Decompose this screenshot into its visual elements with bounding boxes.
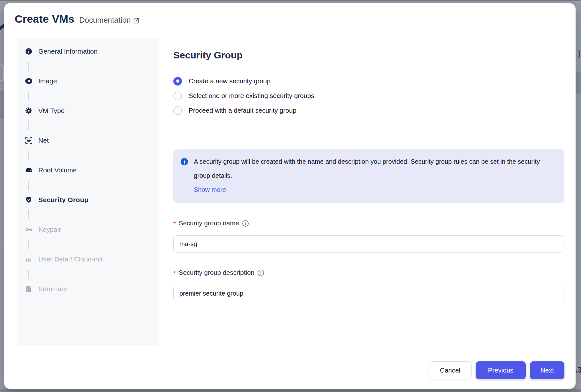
shield-check-icon <box>25 196 33 204</box>
radio-label: Select one or more existing security gro… <box>189 92 314 100</box>
key-icon <box>25 226 33 233</box>
field-label-text: Security group name <box>179 219 239 227</box>
sidebar-item-net[interactable]: Net <box>25 134 159 147</box>
sidebar-item-security-group[interactable]: Security Group <box>25 193 159 206</box>
radio-label: Create a new security group <box>189 77 270 85</box>
bar-chart-icon <box>25 255 33 263</box>
step-connector <box>25 266 159 283</box>
background-text-fragment: ) <box>578 49 581 58</box>
background-band-left <box>0 91 4 119</box>
tooltip-info-icon[interactable] <box>242 220 249 227</box>
background-top-line <box>0 0 581 1</box>
security-group-description-label: * Security group description <box>173 269 264 276</box>
sidebar-item-keypair[interactable]: Keypair <box>25 223 159 236</box>
step-connector <box>25 147 159 164</box>
previous-button[interactable]: Previous <box>476 361 526 379</box>
background-corner-fragment: .3 <box>575 365 581 374</box>
radio-select-existing-security-groups[interactable]: Select one or more existing security gro… <box>173 91 314 101</box>
background-bottom-strip <box>0 389 581 392</box>
globe-scan-icon <box>25 137 33 144</box>
background-band-right <box>576 72 581 94</box>
step-connector <box>25 87 159 104</box>
security-group-name-label: * Security group name <box>173 219 249 227</box>
background-button-fragment <box>0 64 4 81</box>
radio-button[interactable] <box>173 92 182 100</box>
sidebar-item-label: General Information <box>38 48 98 55</box>
security-group-name-input[interactable] <box>173 235 564 253</box>
sidebar-item-general-information[interactable]: General Information <box>25 45 159 58</box>
dialog-header: Create VMs Documentation <box>15 13 140 25</box>
radio-label: Proceed with a default security group <box>189 107 296 114</box>
documentation-link[interactable]: Documentation <box>79 16 140 25</box>
create-vms-dialog: Create VMs Documentation General Informa… <box>4 3 576 389</box>
hard-drive-icon <box>25 166 33 174</box>
sidebar-item-label: Keypair <box>38 226 61 233</box>
external-link-icon <box>133 17 140 24</box>
sidebar-item-label: Image <box>38 77 57 85</box>
sidebar-item-root-volume[interactable]: Root Volume <box>25 164 159 177</box>
step-connector <box>25 117 159 134</box>
security-group-mode-options: Create a new security group Select one o… <box>173 76 314 116</box>
background-divider-left <box>0 242 4 242</box>
sidebar-item-label: Security Group <box>38 196 88 204</box>
alert-message: A security group will be created with th… <box>194 155 555 183</box>
disc-icon <box>25 77 33 85</box>
sidebar-item-vm-type[interactable]: VM Type <box>25 104 159 117</box>
info-alert: A security group will be created with th… <box>173 149 564 203</box>
documentation-link-label: Documentation <box>79 16 131 25</box>
radio-default-security-group[interactable]: Proceed with a default security group <box>173 105 314 116</box>
sidebar-item-label: User Data / Cloud-init <box>38 255 102 263</box>
required-asterisk: * <box>173 270 176 277</box>
document-icon <box>25 285 33 293</box>
radio-create-new-security-group[interactable]: Create a new security group <box>173 76 314 86</box>
gear-icon <box>25 107 33 115</box>
step-connector <box>25 58 159 75</box>
radio-button[interactable] <box>173 106 182 115</box>
security-group-description-input[interactable] <box>173 285 564 302</box>
required-asterisk: * <box>173 220 176 228</box>
field-label-text: Security group description <box>179 269 254 276</box>
step-connector <box>25 177 159 193</box>
next-button[interactable]: Next <box>530 361 564 379</box>
step-title: Security Group <box>173 50 243 61</box>
step-connector <box>25 236 159 253</box>
sidebar-item-label: Root Volume <box>38 166 77 174</box>
sidebar-item-summary[interactable]: Summary <box>25 283 159 295</box>
radio-button-selected[interactable] <box>173 77 182 86</box>
cancel-button[interactable]: Cancel <box>429 361 472 379</box>
sidebar-item-label: Net <box>38 137 49 144</box>
info-icon <box>180 158 188 166</box>
page-title: Create VMs <box>15 13 74 25</box>
tooltip-info-icon[interactable] <box>257 269 264 276</box>
sidebar-item-user-data[interactable]: User Data / Cloud-init <box>25 253 159 266</box>
sidebar-item-label: Summary <box>38 285 67 293</box>
sidebar-item-label: VM Type <box>38 107 64 115</box>
sidebar-item-image[interactable]: Image <box>25 75 159 87</box>
wizard-steps-sidebar: General Information Image <box>17 38 159 345</box>
step-connector <box>25 206 159 223</box>
show-more-link[interactable]: Show more <box>194 183 555 197</box>
info-circle-icon <box>25 48 33 55</box>
